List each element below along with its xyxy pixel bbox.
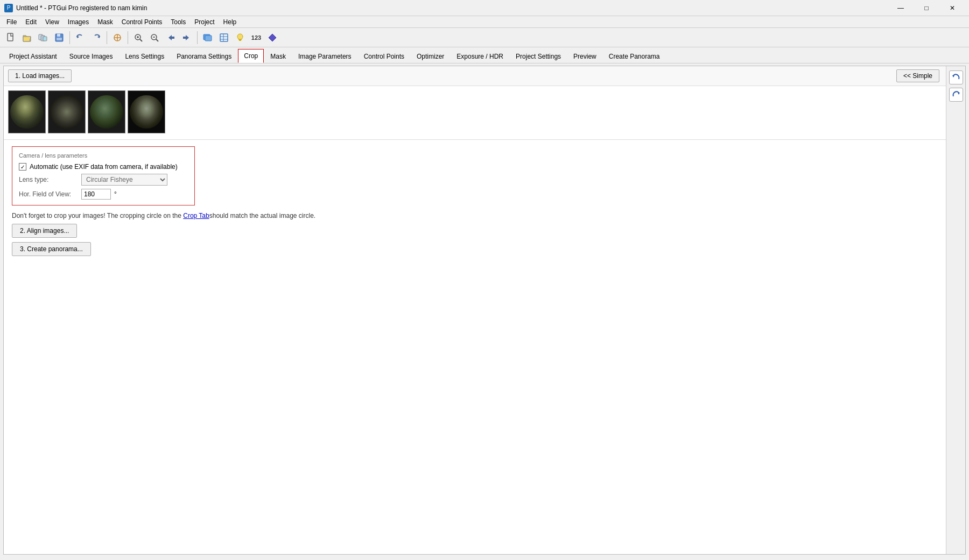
menu-mask[interactable]: Mask (93, 17, 117, 27)
title-bar: P Untitled * - PTGui Pro registered to n… (0, 0, 969, 16)
svg-line-17 (156, 39, 158, 41)
redo-icon (92, 33, 101, 42)
fov-row: Hor. Field of View: 180 ° (19, 189, 188, 200)
align-tool-button[interactable] (110, 30, 125, 45)
align-icon (113, 33, 122, 42)
svg-marker-21 (186, 35, 189, 40)
svg-rect-24 (205, 36, 212, 41)
diamond-button[interactable] (265, 30, 280, 45)
lens-type-row: Lens type: Circular Fisheye (19, 174, 188, 186)
tab-project-settings[interactable]: Project Settings (510, 49, 567, 63)
separator-1 (69, 31, 70, 44)
auto-label: Automatic (use EXIF data from camera, if… (30, 163, 178, 171)
menu-tools[interactable]: Tools (166, 17, 190, 27)
tab-lens-settings[interactable]: Lens Settings (119, 49, 170, 63)
minimize-button[interactable]: — (888, 0, 913, 16)
tab-panorama-settings[interactable]: Panorama Settings (171, 49, 237, 63)
tab-bar: Project Assistant Source Images Lens Set… (0, 47, 969, 63)
open-icon (22, 33, 32, 42)
maximize-button[interactable]: □ (914, 0, 939, 16)
image-thumb-1[interactable] (8, 90, 46, 133)
menu-control-points[interactable]: Control Points (117, 17, 166, 27)
forward-button[interactable] (179, 30, 194, 45)
tab-create-panorama[interactable]: Create Panorama (603, 49, 666, 63)
lightbulb-button[interactable] (233, 30, 248, 45)
number-button[interactable]: 123 (249, 30, 264, 45)
tab-mask[interactable]: Mask (264, 49, 292, 63)
camera-lens-params-box: Camera / lens parameters Automatic (use … (12, 146, 195, 205)
action-bar: 1. Load images... << Simple (4, 66, 965, 86)
image-strip (4, 86, 965, 140)
app-icon: P (4, 4, 13, 12)
source-images-button[interactable] (200, 30, 215, 45)
main-content: 1. Load images... << Simple Camera / len… (3, 66, 966, 555)
load-images-button[interactable]: 1. Load images... (8, 69, 72, 82)
tab-exposure-hdr[interactable]: Exposure / HDR (451, 49, 509, 63)
svg-rect-22 (183, 37, 186, 39)
align-images-button[interactable]: 2. Align images... (12, 224, 77, 238)
menu-edit[interactable]: Edit (21, 17, 41, 27)
menu-project[interactable]: Project (190, 17, 219, 27)
undo-button[interactable] (73, 30, 88, 45)
crop-tab-link[interactable]: Crop Tab (183, 212, 209, 219)
svg-marker-31 (269, 34, 276, 41)
forward-icon (182, 33, 192, 42)
new-button[interactable] (3, 30, 18, 45)
zoom-in-button[interactable] (131, 30, 146, 45)
menu-images[interactable]: Images (64, 17, 93, 27)
svg-rect-29 (239, 39, 242, 40)
fov-label: Hor. Field of View: (19, 190, 78, 198)
browse-icon (38, 33, 48, 42)
tab-source-images[interactable]: Source Images (64, 49, 119, 63)
separator-2 (107, 31, 107, 44)
tab-optimizer[interactable]: Optimizer (411, 49, 450, 63)
auto-row: Automatic (use EXIF data from camera, if… (19, 163, 188, 171)
close-button[interactable]: ✕ (940, 0, 965, 16)
create-panorama-button[interactable]: 3. Create panorama... (12, 242, 91, 256)
redo-button[interactable] (89, 30, 104, 45)
svg-marker-19 (168, 35, 172, 40)
table-icon (219, 33, 229, 42)
zoom-in-icon (134, 33, 143, 42)
table-button[interactable] (216, 30, 231, 45)
params-title: Camera / lens parameters (19, 152, 188, 159)
svg-marker-32 (952, 75, 954, 77)
svg-marker-8 (97, 36, 100, 38)
image-thumb-3[interactable] (88, 90, 125, 133)
image-thumb-2[interactable] (48, 90, 86, 133)
svg-rect-0 (8, 33, 13, 41)
panel-undo-icon (951, 73, 961, 82)
browse-button[interactable] (36, 30, 51, 45)
fov-input[interactable]: 180 (81, 189, 111, 200)
back-icon (166, 33, 175, 42)
panel-redo-icon (951, 90, 961, 100)
back-button[interactable] (163, 30, 178, 45)
open-button[interactable] (19, 30, 34, 45)
menu-help[interactable]: Help (219, 17, 241, 27)
image-thumb-4[interactable] (128, 90, 165, 133)
panel-redo-button[interactable] (949, 88, 963, 102)
lens-type-select[interactable]: Circular Fisheye (81, 174, 167, 186)
tab-image-parameters[interactable]: Image Parameters (292, 49, 357, 63)
tab-project-assistant[interactable]: Project Assistant (3, 49, 63, 63)
menu-bar: File Edit View Images Mask Control Point… (0, 16, 969, 28)
fov-unit: ° (114, 190, 117, 198)
tab-control-points[interactable]: Control Points (358, 49, 410, 63)
zoom-out-button[interactable] (147, 30, 162, 45)
lens-type-label: Lens type: (19, 176, 78, 183)
info-prefix: Don't forget to crop your images! The cr… (12, 212, 183, 219)
svg-rect-3 (43, 37, 47, 41)
menu-view[interactable]: View (41, 17, 64, 27)
panel-undo-button[interactable] (949, 70, 963, 84)
simple-view-button[interactable]: << Simple (896, 69, 939, 82)
auto-checkbox[interactable] (19, 163, 26, 171)
info-suffix: should match the actual image circle. (209, 212, 315, 219)
tab-preview[interactable]: Preview (567, 49, 602, 63)
title-bar-left: P Untitled * - PTGui Pro registered to n… (4, 4, 147, 12)
tab-crop[interactable]: Crop (238, 49, 264, 63)
save-button[interactable] (52, 30, 67, 45)
svg-line-13 (140, 39, 142, 41)
menu-file[interactable]: File (2, 17, 21, 27)
info-text: Don't forget to crop your images! The cr… (12, 212, 957, 219)
svg-rect-5 (57, 34, 60, 37)
